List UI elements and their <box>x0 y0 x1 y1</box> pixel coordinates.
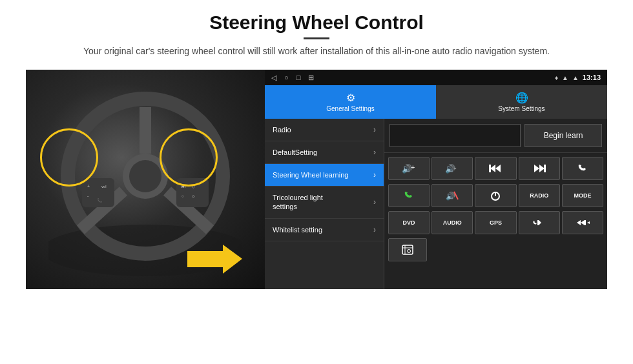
recents-nav-icon[interactable]: □ <box>296 74 301 82</box>
vol-down-button[interactable]: 🔊- <box>431 157 473 180</box>
svg-text:○: ○ <box>182 194 184 198</box>
menu-item-tricolour[interactable]: Tricoloured lightsettings › <box>265 187 384 219</box>
svg-marker-22 <box>490 165 495 172</box>
menu-item-tricolour-label: Tricoloured lightsettings <box>273 193 323 212</box>
control-panel: Begin learn 🔊+ 🔊- <box>384 119 607 289</box>
tab-general-label: General Settings <box>326 105 375 112</box>
svg-rect-27 <box>544 165 546 172</box>
menu-item-radio[interactable]: Radio › <box>265 119 384 141</box>
svg-rect-33 <box>537 220 539 225</box>
status-bar: ◁ ○ □ ⊞ ♦ ▲ ▲ 13:13 <box>265 70 607 85</box>
gps-button[interactable]: GPS <box>475 211 516 234</box>
svg-text:-: - <box>454 163 457 171</box>
control-buttons-row1: 🔊+ 🔊- <box>384 153 607 184</box>
status-indicators: ♦ ▲ ▲ 13:13 <box>555 74 601 81</box>
menu-item-steering[interactable]: Steering Wheel learning › <box>265 164 384 187</box>
answer-call-button[interactable] <box>388 184 430 207</box>
subtitle: Your original car's steering wheel contr… <box>83 45 550 58</box>
menu-whitelist-arrow: › <box>373 225 376 234</box>
android-ui-panel: ◁ ○ □ ⊞ ♦ ▲ ▲ 13:13 ⚙ General Settings <box>265 70 607 289</box>
status-nav-icons: ◁ ○ □ ⊞ <box>271 74 314 82</box>
power-button[interactable] <box>475 184 516 207</box>
vol-up-button[interactable]: 🔊+ <box>388 157 430 180</box>
signal-icon: ▲ <box>562 74 568 81</box>
svg-marker-25 <box>539 165 545 172</box>
svg-text:vol: vol <box>101 185 107 188</box>
menu-panel: Radio › DefaultSetting › Steering Wheel … <box>265 119 384 289</box>
last-row <box>384 238 607 264</box>
status-time: 13:13 <box>583 74 601 81</box>
svg-marker-35 <box>581 220 585 225</box>
svg-text:+: + <box>411 163 415 171</box>
top-controls: Begin learn <box>384 119 607 153</box>
mute-button[interactable]: 🔊 <box>431 184 473 207</box>
dvd-button[interactable]: DVD <box>388 211 430 234</box>
tab-system-label: System Settings <box>498 105 545 112</box>
svg-marker-17 <box>187 245 242 274</box>
svg-marker-32 <box>539 220 541 225</box>
audio-button[interactable]: AUDIO <box>431 211 473 234</box>
tab-system-settings[interactable]: 🌐 System Settings <box>436 85 607 119</box>
menu-item-default[interactable]: DefaultSetting › <box>265 141 384 164</box>
svg-point-3 <box>129 160 161 192</box>
page-title: Steering Wheel Control <box>83 12 550 34</box>
home-nav-icon[interactable]: ○ <box>284 74 289 82</box>
content-area: + vol - 📞 ⏭ ◇ ○ ◇ <box>26 70 607 289</box>
steering-wheel-panel: + vol - 📞 ⏭ ◇ ○ ◇ <box>26 70 265 289</box>
svg-marker-26 <box>534 165 539 172</box>
tab-general-settings[interactable]: ⚙ General Settings <box>265 85 436 119</box>
svg-marker-23 <box>495 165 501 172</box>
svg-rect-36 <box>585 220 586 225</box>
steering-bg: + vol - 📞 ⏭ ◇ ○ ◇ <box>26 70 265 289</box>
skip-button[interactable] <box>562 211 603 234</box>
svg-text:+: + <box>87 184 90 188</box>
highlight-circle-right <box>160 128 218 187</box>
media-icon-button[interactable] <box>388 238 427 261</box>
back-nav-icon[interactable]: ◁ <box>271 74 276 82</box>
gear-settings-icon: ⚙ <box>346 92 355 104</box>
tab-bar: ⚙ General Settings 🌐 System Settings <box>265 85 607 119</box>
menu-nav-icon[interactable]: ⊞ <box>308 74 314 82</box>
menu-tricolour-arrow: › <box>373 197 376 207</box>
menu-radio-arrow: › <box>373 125 376 134</box>
menu-item-steering-label: Steering Wheel learning <box>273 171 348 179</box>
svg-rect-7 <box>82 178 114 207</box>
wifi-icon: ▲ <box>572 74 579 81</box>
highlight-circle-left <box>40 128 98 187</box>
menu-steering-arrow: › <box>373 170 376 179</box>
menu-item-radio-label: Radio <box>273 126 291 134</box>
next-track-button[interactable] <box>519 157 560 180</box>
location-icon: ♦ <box>555 74 558 81</box>
svg-rect-24 <box>489 165 491 172</box>
control-buttons-row3: DVD AUDIO GPS <box>384 211 607 238</box>
arrow-indicator <box>187 241 245 279</box>
call-prev-button[interactable] <box>519 211 560 234</box>
page-wrapper: Steering Wheel Control Your original car… <box>0 0 633 364</box>
menu-item-default-label: DefaultSetting <box>273 148 317 156</box>
radio-mode-button[interactable]: RADIO <box>519 184 560 207</box>
menu-item-whitelist[interactable]: Whitelist setting › <box>265 219 384 241</box>
begin-learn-button[interactable]: Begin learn <box>524 124 602 147</box>
svg-text:◇: ◇ <box>192 194 195 198</box>
title-divider <box>304 37 329 39</box>
mode-button[interactable]: MODE <box>562 184 603 207</box>
svg-marker-34 <box>577 220 581 225</box>
prev-track-button[interactable] <box>475 157 516 180</box>
call-button[interactable] <box>562 157 603 180</box>
svg-point-41 <box>408 250 411 253</box>
svg-text:📞: 📞 <box>97 197 103 203</box>
control-buttons-row2: 🔊 RADIO MODE <box>384 184 607 211</box>
menu-default-arrow: › <box>373 148 376 157</box>
title-section: Steering Wheel Control Your original car… <box>83 12 550 66</box>
key-input-box <box>389 124 521 147</box>
system-settings-icon: 🌐 <box>515 92 528 104</box>
menu-item-whitelist-label: Whitelist setting <box>273 226 322 234</box>
main-content: Radio › DefaultSetting › Steering Wheel … <box>265 119 607 289</box>
svg-marker-37 <box>587 221 590 224</box>
